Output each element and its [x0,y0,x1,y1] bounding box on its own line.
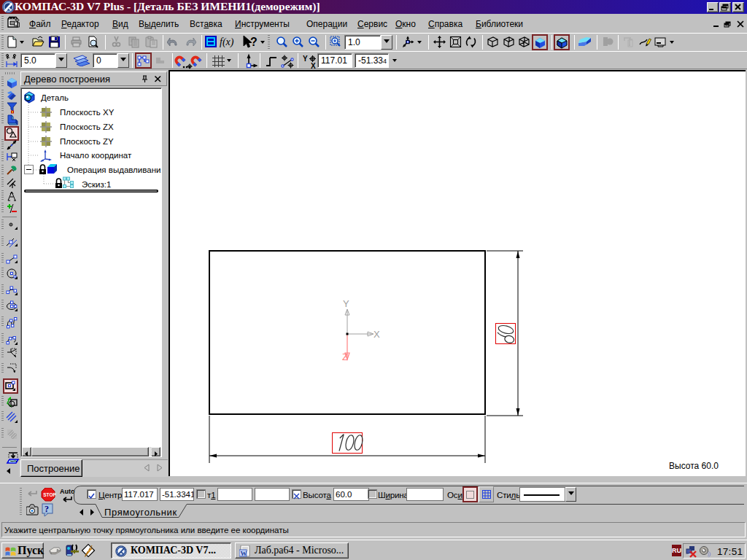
svg-text:Z: Z [342,351,348,362]
svg-text:Высота 60.0: Высота 60.0 [669,461,719,471]
svg-text:f(x): f(x) [220,36,234,48]
svg-text:?: ? [250,36,258,48]
svg-text:Y: Y [303,55,308,63]
svg-text:W: W [241,550,247,557]
svg-text:X: X [311,62,316,69]
svg-text:Y: Y [343,298,349,309]
svg-text:X: X [374,329,380,340]
